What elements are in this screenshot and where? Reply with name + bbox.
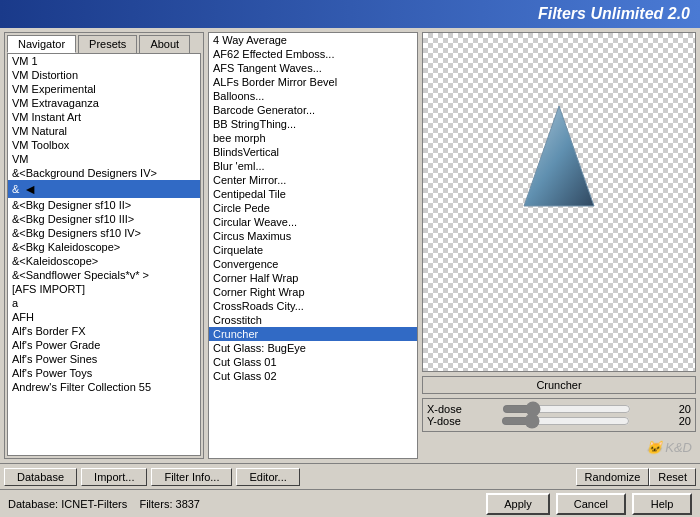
xdose-value: 20 bbox=[671, 403, 691, 415]
filters-value: 3837 bbox=[176, 498, 200, 510]
filter-list-item[interactable]: AF62 Effected Emboss... bbox=[209, 47, 417, 61]
category-list-item[interactable]: a bbox=[8, 296, 200, 310]
cancel-button[interactable]: Cancel bbox=[556, 493, 626, 515]
filter-list-item[interactable]: Barcode Generator... bbox=[209, 103, 417, 117]
database-value: ICNET-Filters bbox=[61, 498, 127, 510]
category-list-item[interactable]: [AFS IMPORT] bbox=[8, 282, 200, 296]
filter-name-label: Cruncher bbox=[422, 376, 696, 394]
ydose-slider[interactable] bbox=[501, 417, 630, 425]
filter-list-item[interactable]: Center Mirror... bbox=[209, 173, 417, 187]
xdose-label: X-dose bbox=[427, 403, 462, 415]
category-list-item[interactable]: &<Bkg Designer sf10 III> bbox=[8, 212, 200, 226]
category-list-item[interactable]: Alf's Power Toys bbox=[8, 366, 200, 380]
category-list-item[interactable]: &<Sandflower Specials*v* > bbox=[8, 268, 200, 282]
title-bar: Filters Unlimited 2.0 bbox=[0, 0, 700, 28]
help-button[interactable]: Help bbox=[632, 493, 692, 515]
category-list-item[interactable]: &<Bkg Designer sf10 II> bbox=[8, 198, 200, 212]
tab-about[interactable]: About bbox=[139, 35, 190, 53]
filter-list-item[interactable]: Corner Right Wrap bbox=[209, 285, 417, 299]
category-list-item[interactable]: &<Background Designers IV> bbox=[8, 166, 200, 180]
tab-presets[interactable]: Presets bbox=[78, 35, 137, 53]
status-bar: Database: ICNET-Filters Filters: 3837 Ap… bbox=[0, 489, 700, 517]
param-row-ydose: Y-dose 20 bbox=[427, 415, 691, 427]
filter-list-item[interactable]: Circular Weave... bbox=[209, 215, 417, 229]
randomize-button[interactable]: Randomize bbox=[576, 468, 650, 486]
filter-list-item[interactable]: Crosstitch bbox=[209, 313, 417, 327]
filter-list-item[interactable]: Convergence bbox=[209, 257, 417, 271]
category-list-item[interactable]: VM Natural bbox=[8, 124, 200, 138]
preview-area bbox=[422, 32, 696, 372]
database-label: Database: bbox=[8, 498, 58, 510]
filter-info-button[interactable]: Filter Info... bbox=[151, 468, 232, 486]
filter-list-item[interactable]: ALFs Border Mirror Bevel bbox=[209, 75, 417, 89]
filter-list-item[interactable]: CrossRoads City... bbox=[209, 299, 417, 313]
category-list-item[interactable]: VM Distortion bbox=[8, 68, 200, 82]
tabs-row: Navigator Presets About bbox=[5, 33, 203, 53]
xdose-slider[interactable] bbox=[502, 405, 631, 413]
database-button[interactable]: Database bbox=[4, 468, 77, 486]
left-panel: Navigator Presets About VM 1VM Distortio… bbox=[4, 32, 204, 459]
preview-triangle bbox=[519, 101, 599, 211]
category-list-item[interactable]: &<Bkg Kaleidoscope> bbox=[8, 240, 200, 254]
params-section: X-dose 20 Y-dose 20 bbox=[422, 398, 696, 432]
ydose-value: 20 bbox=[671, 415, 691, 427]
status-info: Database: ICNET-Filters Filters: 3837 bbox=[8, 498, 200, 510]
tab-navigator[interactable]: Navigator bbox=[7, 35, 76, 53]
xdose-slider-track bbox=[502, 405, 631, 413]
category-list-item[interactable]: VM Instant Art bbox=[8, 110, 200, 124]
ydose-slider-track bbox=[501, 417, 630, 425]
filter-list: 4 Way AverageAF62 Effected Emboss...AFS … bbox=[209, 33, 417, 458]
editor-button[interactable]: Editor... bbox=[236, 468, 299, 486]
logo-area: 🐱 K&D bbox=[422, 436, 696, 459]
filter-list-item[interactable]: bee morph bbox=[209, 131, 417, 145]
category-list-item[interactable]: VM Toolbox bbox=[8, 138, 200, 152]
middle-list-container: 4 Way AverageAF62 Effected Emboss...AFS … bbox=[209, 33, 417, 458]
filter-list-item[interactable]: Cruncher bbox=[209, 327, 417, 341]
ydose-label: Y-dose bbox=[427, 415, 461, 427]
reset-button[interactable]: Reset bbox=[649, 468, 696, 486]
category-list-item[interactable]: Andrew's Filter Collection 55 bbox=[8, 380, 200, 394]
category-list-item[interactable]: & ◄ bbox=[8, 180, 200, 198]
filter-list-item[interactable]: Cut Glass 01 bbox=[209, 355, 417, 369]
preview-canvas bbox=[423, 33, 695, 371]
filter-list-item[interactable]: Cirquelate bbox=[209, 243, 417, 257]
filter-list-item[interactable]: Circle Pede bbox=[209, 201, 417, 215]
category-list-item[interactable]: VM bbox=[8, 152, 200, 166]
category-list-item[interactable]: VM Extravaganza bbox=[8, 96, 200, 110]
middle-panel: 4 Way AverageAF62 Effected Emboss...AFS … bbox=[208, 32, 418, 459]
import-button[interactable]: Import... bbox=[81, 468, 147, 486]
svg-marker-0 bbox=[524, 106, 594, 206]
apply-button[interactable]: Apply bbox=[486, 493, 550, 515]
filter-list-item[interactable]: BlindsVertical bbox=[209, 145, 417, 159]
category-list-item[interactable]: &<Kaleidoscope> bbox=[8, 254, 200, 268]
category-list-item[interactable]: AFH bbox=[8, 310, 200, 324]
main-container: Navigator Presets About VM 1VM Distortio… bbox=[0, 28, 700, 463]
filters-label: Filters: bbox=[139, 498, 172, 510]
app-title: Filters Unlimited 2.0 bbox=[538, 5, 690, 23]
category-list: VM 1VM DistortionVM ExperimentalVM Extra… bbox=[8, 54, 200, 455]
filter-list-item[interactable]: AFS Tangent Waves... bbox=[209, 61, 417, 75]
category-list-item[interactable]: VM 1 bbox=[8, 54, 200, 68]
category-list-item[interactable]: &<Bkg Designers sf10 IV> bbox=[8, 226, 200, 240]
status-buttons: Apply Cancel Help bbox=[486, 493, 692, 515]
filter-list-item[interactable]: BB StringThing... bbox=[209, 117, 417, 131]
category-list-item[interactable]: Alf's Border FX bbox=[8, 324, 200, 338]
filter-list-item[interactable]: 4 Way Average bbox=[209, 33, 417, 47]
category-list-item[interactable]: Alf's Power Grade bbox=[8, 338, 200, 352]
category-list-item[interactable]: VM Experimental bbox=[8, 82, 200, 96]
filter-list-item[interactable]: Circus Maximus bbox=[209, 229, 417, 243]
right-panel: Cruncher X-dose 20 Y-dose 20 🐱 K&D bbox=[422, 32, 696, 459]
left-list-container: VM 1VM DistortionVM ExperimentalVM Extra… bbox=[7, 53, 201, 456]
filter-list-item[interactable]: Corner Half Wrap bbox=[209, 271, 417, 285]
filter-list-item[interactable]: Blur 'eml... bbox=[209, 159, 417, 173]
filter-list-item[interactable]: Cut Glass 02 bbox=[209, 369, 417, 383]
category-list-item[interactable]: Alf's Power Sines bbox=[8, 352, 200, 366]
filter-list-item[interactable]: Balloons... bbox=[209, 89, 417, 103]
filter-list-item[interactable]: Centipedal Tile bbox=[209, 187, 417, 201]
filter-list-item[interactable]: Cut Glass: BugEye bbox=[209, 341, 417, 355]
bottom-toolbar: Database Import... Filter Info... Editor… bbox=[0, 463, 700, 489]
